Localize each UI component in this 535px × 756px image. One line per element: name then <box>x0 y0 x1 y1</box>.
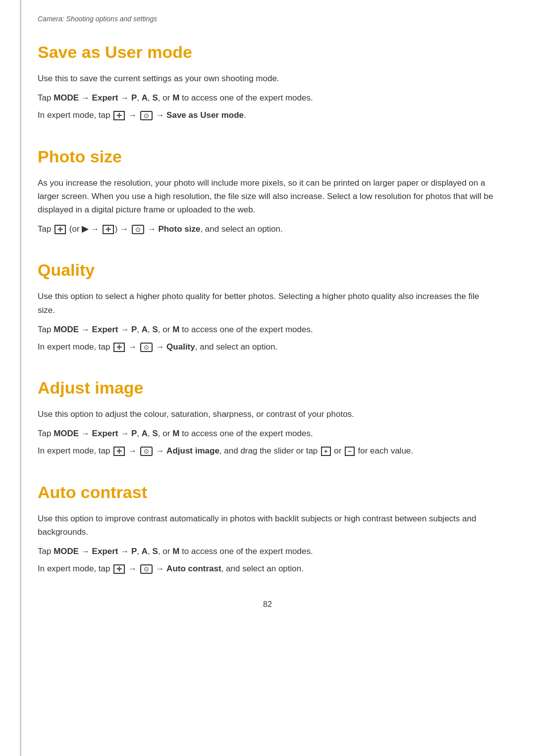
left-border-decoration <box>20 0 21 756</box>
grid-icon-2: ✛ <box>54 225 66 234</box>
grid-icon: ✛ <box>113 111 125 120</box>
breadcrumb: Camera: Shooting options and settings <box>38 15 497 23</box>
section-photo-size: Photo size As you increase the resolutio… <box>38 147 497 236</box>
grid-icon-5: ✛ <box>113 447 125 456</box>
section-title-save-as-user-mode: Save as User mode <box>38 43 497 62</box>
section-instruction-quality-3: In expert mode, tap ✛ → ⊙ → Quality, and… <box>38 340 497 353</box>
section-body-save-as-user-mode-1: Use this to save the current settings as… <box>38 72 497 85</box>
camera-icon: ⊙ <box>140 111 153 120</box>
section-instruction-auto-contrast-2: Tap MODE → Expert → P, A, S, or M to acc… <box>38 545 497 558</box>
page-number: 82 <box>38 600 497 609</box>
section-save-as-user-mode: Save as User mode Use this to save the c… <box>38 43 497 122</box>
camera-icon-4: ⊙ <box>140 447 153 456</box>
section-instruction-auto-contrast-3: In expert mode, tap ✛ → ⊙ → Auto contras… <box>38 562 497 575</box>
camera-icon-3: ⊙ <box>140 343 153 352</box>
section-adjust-image: Adjust image Use this option to adjust t… <box>38 378 497 458</box>
page-container: Camera: Shooting options and settings Sa… <box>0 0 535 756</box>
section-instruction-photo-size-2: Tap ✛ (or ▶ → ✛) → ⊙ → Photo size, and s… <box>38 222 497 236</box>
section-instruction-save-as-user-mode-3: In expert mode, tap ✛ → ⊙ → Save as User… <box>38 108 497 122</box>
camera-icon-2: ⊙ <box>132 225 144 234</box>
section-instruction-quality-2: Tap MODE → Expert → P, A, S, or M to acc… <box>38 323 497 336</box>
section-auto-contrast: Auto contrast Use this option to improve… <box>38 483 497 576</box>
section-title-quality: Quality <box>38 260 497 280</box>
minus-icon: − <box>345 447 355 456</box>
grid-icon-6: ✛ <box>113 564 125 574</box>
section-body-quality-1: Use this option to select a higher photo… <box>38 290 497 316</box>
section-body-adjust-image-1: Use this option to adjust the colour, sa… <box>38 407 497 421</box>
section-quality: Quality Use this option to select a high… <box>38 260 497 353</box>
section-instruction-adjust-image-3: In expert mode, tap ✛ → ⊙ → Adjust image… <box>38 444 497 457</box>
section-body-photo-size-1: As you increase the resolution, your pho… <box>38 176 497 217</box>
section-instruction-save-as-user-mode-2: Tap MODE → Expert → P, A, S, or M to acc… <box>38 91 497 104</box>
grid-icon-3: ✛ <box>103 225 114 234</box>
section-title-adjust-image: Adjust image <box>38 378 497 398</box>
camera-icon-5: ⊙ <box>140 564 153 574</box>
section-instruction-adjust-image-2: Tap MODE → Expert → P, A, S, or M to acc… <box>38 427 497 440</box>
section-body-auto-contrast-1: Use this option to improve contrast auto… <box>38 512 497 539</box>
section-title-auto-contrast: Auto contrast <box>38 483 497 502</box>
plus-icon: + <box>321 447 331 456</box>
grid-icon-4: ✛ <box>113 343 125 352</box>
section-title-photo-size: Photo size <box>38 147 497 166</box>
